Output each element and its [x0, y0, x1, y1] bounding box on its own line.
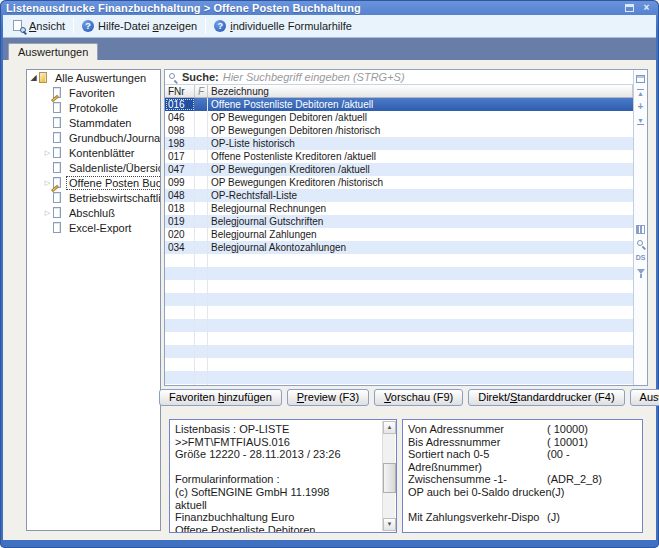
cell-fnr: 016 — [165, 98, 195, 111]
close-icon: × — [644, 2, 650, 13]
collapse-icon[interactable]: ◢ — [29, 73, 38, 82]
table-row[interactable]: 048OP-Rechtsfall-Liste — [165, 189, 633, 202]
columns-icon[interactable] — [635, 224, 646, 235]
toolbar-button-hilfe-datei[interactable]: ? Hilfe-Datei anzeigen — [76, 18, 203, 34]
favoriten-hinzuf-gen-button[interactable]: Favoriten hinzufügen — [159, 389, 282, 406]
direkt-standarddrucker-f4-button[interactable]: Direkt/Standarddrucker (F4) — [468, 389, 624, 406]
cell-f — [195, 371, 208, 384]
auswertung-drucken-button[interactable]: Auswertung drucken — [630, 389, 659, 406]
new-window-icon[interactable] — [635, 73, 646, 84]
table-row[interactable]: 016Offene Postenliste Debitoren /aktuell — [165, 98, 633, 111]
empty-row — [165, 371, 633, 384]
cell-name: OP-Rechtsfall-Liste — [208, 189, 633, 202]
parameter-value: (J) — [547, 511, 637, 524]
info-scrollbar[interactable]: ▲ ▼ — [382, 421, 395, 531]
form-info-line: (c) SoftENGINE GmbH 11.1998 — [175, 486, 380, 499]
parameter-value — [547, 499, 637, 512]
cell-name — [208, 319, 633, 332]
form-info-panel: ▲ ▼ Listenbasis : OP-LISTE>>FMT\FMTFIAUS… — [169, 419, 397, 533]
parameter-value: (00 - — [547, 448, 637, 461]
cell-f — [195, 332, 208, 345]
scroll-top-icon[interactable]: ▲ — [635, 87, 646, 98]
scroll-up-icon[interactable]: ▲ — [383, 421, 396, 434]
cell-name — [208, 371, 633, 384]
form-info-line: aktuell — [175, 499, 380, 512]
cell-name: OP Bewegungen Debitoren /aktuell — [208, 111, 633, 124]
column-header-fnr[interactable]: FNr — [165, 85, 195, 97]
scrollbar-thumb[interactable] — [383, 463, 396, 493]
close-button[interactable]: × — [640, 2, 653, 13]
tree-item-label: Kontenblätter — [67, 147, 136, 159]
cell-fnr — [165, 345, 195, 358]
tree-item-saldenliste-bersicht[interactable]: Saldenliste/Übersicht — [27, 160, 160, 175]
tree-item-label: Offene Posten Buchhaltung — [67, 177, 161, 189]
cell-name — [208, 306, 633, 319]
table-row[interactable]: 046OP Bewegungen Debitoren /aktuell — [165, 111, 633, 124]
tree-item-alle-auswertungen[interactable]: ◢Alle Auswertungen — [27, 70, 160, 85]
table-row[interactable]: 198OP-Liste historisch — [165, 137, 633, 150]
preview-f3-button[interactable]: Preview (F3) — [287, 389, 369, 406]
empty-row — [165, 280, 633, 293]
tree-item-grundbuch-journale[interactable]: Grundbuch/Journale — [27, 130, 160, 145]
table-row[interactable]: 017Offene Postenliste Kreditoren /aktuel… — [165, 150, 633, 163]
tree-item-favoriten[interactable]: Favoriten — [27, 85, 160, 100]
table-row[interactable]: 019Belegjournal Gutschriften — [165, 215, 633, 228]
column-header-f[interactable]: F — [195, 85, 208, 97]
report-table: Suche: FNr F Bezeichnung 016Offene Poste… — [165, 70, 633, 385]
expand-icon[interactable]: ▷ — [43, 209, 52, 217]
cell-fnr — [165, 358, 195, 371]
zoom-icon[interactable] — [635, 238, 646, 249]
tree-item-abschlu-[interactable]: ▷Abschluß — [27, 205, 160, 220]
search-input[interactable] — [223, 71, 630, 84]
cell-name: Belegjournal Gutschriften — [208, 215, 633, 228]
restore-button[interactable] — [623, 2, 636, 13]
cell-name: OP Bewegungen Kreditoren /aktuell — [208, 163, 633, 176]
scroll-down-icon[interactable]: ▼ — [383, 518, 396, 531]
cell-f — [195, 215, 208, 228]
table-row[interactable]: 018Belegjournal Rechnungen — [165, 202, 633, 215]
toolbar-button-ansicht[interactable]: Ansicht — [7, 18, 71, 35]
cell-f — [195, 345, 208, 358]
expand-icon[interactable]: ▷ — [43, 149, 52, 157]
page-icon — [52, 102, 63, 114]
parameter-label: Adreßnummer) — [408, 461, 547, 474]
tree-item-stammdaten[interactable]: Stammdaten — [27, 115, 160, 130]
view-icon — [13, 20, 25, 33]
parameter-line: Bis Adressnummer( 10001) — [408, 436, 637, 449]
column-header-bezeichnung[interactable]: Bezeichnung — [208, 85, 633, 97]
expand-icon[interactable]: ▷ — [43, 179, 52, 187]
cell-fnr: 034 — [165, 241, 195, 254]
tree-item-excel-export[interactable]: Excel-Export — [27, 220, 160, 235]
tree-item-betriebswirtschaftliche-auswertungen[interactable]: Betriebswirtschaftliche Auswertungen — [27, 190, 160, 205]
cell-name: Belegjournal Rechnungen — [208, 202, 633, 215]
parameter-label: Sortiert nach 0-5 — [408, 448, 547, 461]
cell-name: Offene Postenliste Debitoren /aktuell — [208, 98, 633, 111]
vorschau-f9-button[interactable]: Vorschau (F9) — [374, 389, 463, 406]
move-icon[interactable]: + — [635, 101, 646, 112]
empty-row — [165, 345, 633, 358]
table-row[interactable]: 034Belegjournal Akontozahlungen — [165, 241, 633, 254]
page-icon — [52, 222, 63, 234]
filter-icon[interactable] — [635, 266, 646, 277]
toolbar: Ansicht ? Hilfe-Datei anzeigen ? individ… — [3, 15, 656, 38]
table-row[interactable]: 047OP Bewegungen Kreditoren /aktuell — [165, 163, 633, 176]
tab-auswertungen[interactable]: Auswertungen — [8, 43, 98, 60]
parameter-value: ( 10001) — [547, 436, 637, 449]
dataset-icon[interactable]: DS — [635, 252, 646, 263]
tree-item-kontenbl-tter[interactable]: ▷Kontenblätter — [27, 145, 160, 160]
table-row[interactable]: 020Belegjournal Zahlungen — [165, 228, 633, 241]
cell-name: Belegjournal Akontozahlungen — [208, 241, 633, 254]
tree-item-label: Stammdaten — [67, 117, 133, 129]
table-row[interactable]: 098OP Bewegungen Debitoren /historisch — [165, 124, 633, 137]
parameter-line: OP auch bei 0-Saldo drucken(J) — [408, 486, 637, 499]
table-row[interactable]: 099OP Bewegungen Kreditoren /historisch — [165, 176, 633, 189]
toolbar-button-formularhilfe[interactable]: ? individuelle Formularhilfe — [208, 18, 358, 34]
scroll-bottom-icon[interactable]: ▼ — [635, 115, 646, 126]
content-area: ◢Alle AuswertungenFavoritenProtokolleSta… — [3, 60, 656, 540]
tree-item-offene-posten-buchhaltung[interactable]: ▷Offene Posten Buchhaltung — [27, 175, 160, 190]
tree-item-protokolle[interactable]: Protokolle — [27, 100, 160, 115]
cell-fnr: 099 — [165, 176, 195, 189]
cell-fnr: 048 — [165, 189, 195, 202]
window-body: Ansicht ? Hilfe-Datei anzeigen ? individ… — [3, 15, 656, 540]
empty-row — [165, 267, 633, 280]
